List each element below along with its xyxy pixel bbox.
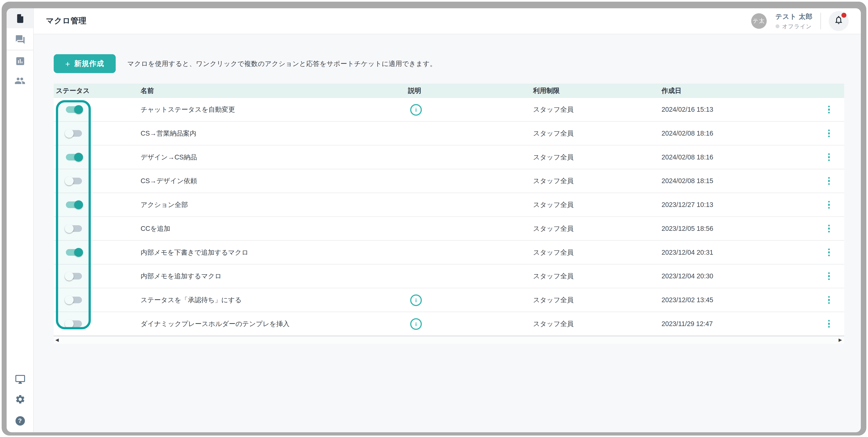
table-row: アクション全部 i スタッフ全員 2023/12/27 10:13 bbox=[54, 193, 844, 217]
macro-name: CS→デザイン依頼 bbox=[141, 176, 408, 186]
macro-restriction: スタッフ全員 bbox=[533, 295, 661, 305]
app-window: ? マクロ管理 テ太 テスト 太郎 オフライン bbox=[7, 8, 861, 432]
macro-name: チャットステータスを自動変更 bbox=[141, 105, 408, 115]
column-header-created: 作成日 bbox=[661, 86, 790, 96]
column-header-restriction: 利用制限 bbox=[533, 86, 661, 96]
chat-icon bbox=[15, 34, 25, 44]
header-divider bbox=[820, 13, 821, 30]
macro-restriction: スタッフ全員 bbox=[533, 319, 661, 329]
macro-restriction: スタッフ全員 bbox=[533, 224, 661, 233]
macro-created-date: 2023/12/04 20:31 bbox=[661, 248, 790, 256]
kebab-menu-icon[interactable] bbox=[827, 295, 831, 305]
user-info[interactable]: テスト 太郎 オフライン bbox=[775, 12, 813, 30]
info-icon[interactable]: i bbox=[410, 318, 422, 330]
sidebar: ? bbox=[7, 8, 34, 432]
macro-created-date: 2023/11/29 12:47 bbox=[661, 320, 790, 327]
kebab-menu-icon[interactable] bbox=[827, 247, 831, 257]
scroll-left-arrow-icon[interactable]: ◀ bbox=[55, 337, 59, 344]
sidebar-bottom-group: ? bbox=[7, 369, 33, 432]
kebab-menu-icon[interactable] bbox=[827, 104, 831, 115]
macro-name: ダイナミックプレースホルダーのテンプレを挿入 bbox=[141, 319, 408, 329]
offline-status-dot bbox=[775, 25, 779, 28]
user-name: テスト 太郎 bbox=[775, 12, 813, 21]
avatar[interactable]: テ太 bbox=[751, 13, 767, 29]
macro-name: 内部メモを追加するマクロ bbox=[141, 272, 408, 281]
kebab-menu-icon[interactable] bbox=[827, 271, 831, 281]
table-row: CS→営業納品案内 i スタッフ全員 2024/02/08 18:16 bbox=[54, 122, 844, 146]
kebab-menu-icon[interactable] bbox=[827, 128, 831, 138]
screenshot-stage: ? マクロ管理 テ太 テスト 太郎 オフライン bbox=[0, 0, 868, 437]
create-macro-label: 新規作成 bbox=[74, 59, 104, 68]
kebab-menu-icon[interactable] bbox=[827, 152, 831, 162]
macro-restriction: スタッフ全員 bbox=[533, 200, 661, 210]
horizontal-scrollbar[interactable]: ◀ ▶ bbox=[54, 336, 844, 344]
top-bar: マクロ管理 テ太 テスト 太郎 オフライン bbox=[34, 8, 861, 34]
macro-restriction: スタッフ全員 bbox=[533, 129, 661, 138]
table-row: CCを追加 i スタッフ全員 2023/12/05 18:56 bbox=[54, 217, 844, 241]
user-status: オフライン bbox=[775, 23, 812, 30]
content-area: + 新規作成 マクロを使用すると、ワンクリックで複数のアクションと応答をサポート… bbox=[34, 34, 861, 432]
table-row: チャットステータスを自動変更 i スタッフ全員 2024/02/16 15:13 bbox=[54, 98, 844, 122]
macro-description-text: マクロを使用すると、ワンクリックで複数のアクションと応答をサポートチケットに適用… bbox=[127, 59, 436, 68]
kebab-menu-icon[interactable] bbox=[827, 319, 831, 329]
macro-name: ステータスを「承認待ち」にする bbox=[141, 295, 408, 305]
status-toggle[interactable] bbox=[65, 224, 83, 233]
macro-created-date: 2023/12/27 10:13 bbox=[661, 201, 790, 209]
info-icon[interactable]: i bbox=[410, 104, 422, 116]
macro-name: デザイン→CS納品 bbox=[141, 152, 408, 162]
macro-created-date: 2024/02/16 15:13 bbox=[661, 106, 790, 114]
macro-restriction: スタッフ全員 bbox=[533, 248, 661, 257]
status-toggle[interactable] bbox=[65, 176, 83, 186]
status-toggle[interactable] bbox=[65, 319, 83, 329]
create-macro-button[interactable]: + 新規作成 bbox=[54, 54, 116, 73]
sidebar-item-customers[interactable] bbox=[7, 71, 33, 91]
top-bar-right: テ太 テスト 太郎 オフライン bbox=[751, 11, 848, 31]
status-toggle[interactable] bbox=[65, 152, 83, 162]
notifications-button[interactable] bbox=[829, 11, 848, 31]
sidebar-item-macros[interactable] bbox=[7, 8, 33, 28]
status-toggle[interactable] bbox=[65, 128, 83, 138]
sidebar-item-chats[interactable] bbox=[7, 29, 33, 49]
document-icon bbox=[15, 13, 25, 24]
status-toggle[interactable] bbox=[65, 247, 83, 257]
sidebar-item-reports[interactable] bbox=[7, 51, 33, 71]
notification-unread-dot bbox=[841, 13, 846, 18]
people-icon bbox=[14, 75, 25, 86]
column-header-status: ステータス bbox=[54, 86, 141, 96]
macro-name: CCを追加 bbox=[141, 224, 408, 233]
user-status-label: オフライン bbox=[782, 23, 812, 30]
monitor-icon bbox=[15, 374, 25, 384]
macro-restriction: スタッフ全員 bbox=[533, 272, 661, 281]
macro-name: 内部メモを下書きで追加するマクロ bbox=[141, 248, 408, 257]
macro-restriction: スタッフ全員 bbox=[533, 152, 661, 162]
sidebar-divider bbox=[7, 50, 33, 51]
kebab-menu-icon[interactable] bbox=[827, 176, 831, 186]
scroll-right-arrow-icon[interactable]: ▶ bbox=[838, 337, 842, 344]
status-toggle[interactable] bbox=[65, 271, 83, 281]
sidebar-item-workspace[interactable] bbox=[7, 369, 33, 389]
kebab-menu-icon[interactable] bbox=[827, 200, 831, 210]
macro-name: CS→営業納品案内 bbox=[141, 129, 408, 138]
status-toggle[interactable] bbox=[65, 295, 83, 305]
column-header-description: 説明 bbox=[408, 86, 533, 96]
info-icon[interactable]: i bbox=[410, 294, 422, 306]
main-area: マクロ管理 テ太 テスト 太郎 オフライン bbox=[34, 8, 861, 432]
column-header-name: 名前 bbox=[141, 86, 408, 96]
gear-icon bbox=[15, 394, 25, 404]
macro-created-date: 2024/02/08 18:16 bbox=[661, 130, 790, 137]
macro-created-date: 2023/12/04 20:30 bbox=[661, 272, 790, 280]
macro-created-date: 2024/02/08 18:16 bbox=[661, 153, 790, 161]
macro-created-date: 2024/02/08 18:15 bbox=[661, 177, 790, 185]
sidebar-item-help[interactable]: ? bbox=[7, 411, 33, 431]
macro-name: アクション全部 bbox=[141, 200, 408, 210]
sidebar-item-settings[interactable] bbox=[7, 389, 33, 409]
status-toggle[interactable] bbox=[65, 104, 83, 115]
kebab-menu-icon[interactable] bbox=[827, 223, 831, 233]
bar-chart-icon bbox=[15, 56, 25, 66]
status-toggle[interactable] bbox=[65, 200, 83, 210]
macro-table: ステータス 名前 説明 利用制限 作成日 チャットステータスを自動変更 bbox=[54, 84, 844, 344]
table-row: 内部メモを追加するマクロ i スタッフ全員 2023/12/04 20:30 bbox=[54, 264, 844, 288]
page-title: マクロ管理 bbox=[46, 16, 87, 26]
table-body: チャットステータスを自動変更 i スタッフ全員 2024/02/16 15:13… bbox=[54, 98, 844, 336]
table-row: デザイン→CS納品 i スタッフ全員 2024/02/08 18:16 bbox=[54, 146, 844, 169]
